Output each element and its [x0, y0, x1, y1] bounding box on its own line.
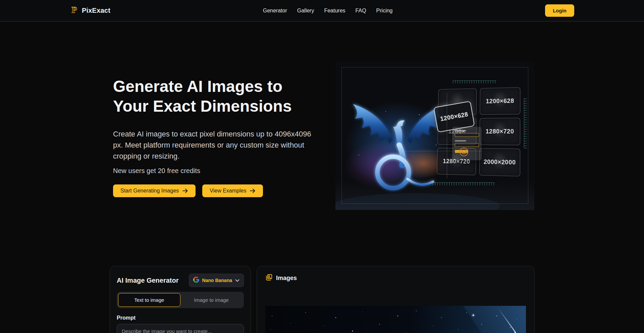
- photo-stack-icon: [265, 274, 273, 282]
- login-button[interactable]: Login: [545, 4, 574, 17]
- nav-item-gallery[interactable]: Gallery: [297, 8, 314, 14]
- generated-image-starfield: [265, 306, 526, 333]
- overlay-field-label: [455, 140, 466, 142]
- dimension-label: 1200×628: [486, 97, 514, 105]
- view-examples-label: View Examples: [210, 188, 246, 194]
- hero-description: Create AI images to exact pixel dimensio…: [113, 128, 317, 162]
- brand-name: PixExact: [82, 7, 110, 14]
- google-g-icon: [193, 277, 199, 284]
- hero-promo-image: 1200×628 1200× 1280×720 1280×720 2000×20…: [335, 61, 534, 210]
- size-input-overlay: [452, 127, 482, 160]
- tab-text-to-image[interactable]: Text to image: [118, 293, 180, 307]
- nav-item-features[interactable]: Features: [324, 8, 345, 14]
- free-credits-note: New users get 20 free credits: [113, 167, 324, 175]
- brand-logo[interactable]: P PixExact: [70, 5, 110, 16]
- page-title: Generate AI Images to Your Exact Dimensi…: [113, 77, 308, 116]
- overlay-height-field: [455, 143, 479, 147]
- ruler-ticks: [524, 98, 527, 148]
- overlay-field-label: [455, 130, 466, 131]
- dimension-card: 1200×628: [480, 87, 520, 115]
- model-name: Nano Banana: [202, 278, 232, 283]
- start-generating-button[interactable]: Start Generating Images: [113, 184, 196, 197]
- dimension-label: 2000×2000: [484, 158, 516, 166]
- navbar: P PixExact Generator Gallery Features FA…: [0, 0, 644, 21]
- start-generating-label: Start Generating Images: [120, 188, 179, 194]
- prompt-label: Prompt: [117, 315, 244, 321]
- generator-title: AI Image Generator: [117, 277, 179, 284]
- target-ring-icon: [460, 148, 468, 156]
- nav-item-generator[interactable]: Generator: [263, 8, 287, 14]
- model-selector-dropdown[interactable]: Nano Banana: [189, 274, 244, 287]
- tab-image-to-image[interactable]: Image to image: [180, 293, 243, 307]
- prompt-input[interactable]: [117, 324, 244, 333]
- p-monogram-icon: P: [70, 5, 79, 16]
- mode-tabs: Text to image Image to image: [117, 292, 244, 308]
- nav-links: Generator Gallery Features FAQ Pricing: [110, 8, 545, 14]
- dimension-card: 1280×720: [480, 118, 521, 145]
- ruler-ticks: [433, 182, 495, 185]
- dimension-label: 1280×720: [486, 128, 514, 135]
- svg-text:P: P: [72, 5, 77, 14]
- crosshair-line: [447, 93, 447, 178]
- ruler-ticks: [453, 80, 496, 84]
- overlay-width-field: [455, 133, 479, 137]
- hero-section: Generate AI Images to Your Exact Dimensi…: [0, 21, 644, 210]
- nav-item-pricing[interactable]: Pricing: [376, 8, 393, 14]
- chevron-down-icon: [235, 277, 239, 283]
- generator-section: AI Image Generator Nano Banana: [0, 266, 644, 333]
- nav-item-faq[interactable]: FAQ: [356, 8, 366, 14]
- ai-image-generator-card: AI Image Generator Nano Banana: [110, 266, 251, 333]
- images-panel-title: Images: [276, 275, 297, 282]
- images-panel: Images: [257, 266, 535, 333]
- view-examples-button[interactable]: View Examples: [202, 184, 263, 197]
- arrow-right-icon: [182, 188, 188, 193]
- arrow-right-icon: [250, 188, 256, 193]
- dimension-card: 2000×2000: [479, 148, 520, 176]
